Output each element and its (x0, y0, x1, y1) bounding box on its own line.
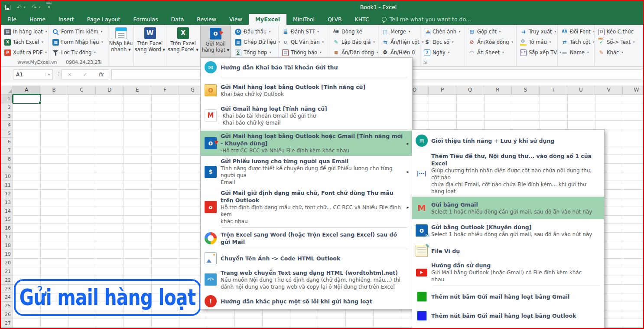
row-header-26[interactable]: 26 (1, 310, 13, 319)
ribbon-button-số-text[interactable]: ✓Số-> Text▾ (598, 37, 634, 47)
row-header-4[interactable]: 4 (1, 121, 13, 129)
bulk-mail-menu-item-5[interactable]: $Gửi Phiếu lương cho từng người qua Emai… (201, 156, 412, 188)
bulk-mail-menu-item-10[interactable]: !Hướng dẫn khắc phục một số lỗi khi gửi … (201, 293, 412, 309)
bulk-mail-submenu-item-9[interactable]: Khai báo thư mục chứa File đính kèm để g… (412, 325, 604, 329)
column-header-W[interactable]: W (623, 86, 644, 95)
ribbon-button-ẩn-sheet[interactable]: ◠Ẩn Sheet▾ (468, 47, 514, 58)
ribbon-button-nhập-liệu-nhanh[interactable]: Nhập liệunhanh ▾ (108, 26, 133, 60)
row-header-7[interactable]: 7 (1, 146, 13, 155)
row-header-9[interactable]: 9 (1, 164, 13, 172)
row-header-18[interactable]: 18 (1, 241, 13, 250)
column-header-E[interactable]: E (124, 86, 151, 95)
ribbon-button-tách-excel[interactable]: XTách Excel▾ (4, 37, 46, 47)
column-header-C[interactable]: C (68, 86, 96, 95)
dialog-launcher-icon[interactable]: ⇲ (98, 60, 101, 65)
column-header-T[interactable]: T (540, 86, 567, 95)
tab-insert[interactable]: Insert (52, 14, 81, 25)
bulk-mail-submenu-item-6[interactable]: ▶Hướng dẫn sử dụngGửi Mail bằng Outlook … (412, 260, 604, 285)
ribbon-button-sắp-xếp-tv[interactable]: ↓↑Sắp xếp TV▾ (520, 47, 555, 58)
ribbon-button-tô-mầu[interactable]: Tô mầu▾ (520, 37, 555, 47)
bulk-mail-menu-item-6[interactable]: oGửi Mail giữ định dạng mầu chữ, Font ch… (201, 188, 412, 227)
column-header-A[interactable]: A (13, 86, 40, 95)
tab-qlvb[interactable]: QLVB (321, 14, 348, 25)
ribbon-button-ql-văn-bản[interactable]: ∪QL Văn bản▾ (282, 37, 326, 47)
ribbon-button-kéo-c-thức[interactable]: 15Kéo C.thức (598, 26, 634, 37)
formula-bar-splitter[interactable]: ⋮ (56, 71, 61, 77)
bulk-mail-menu-item-8[interactable]: Chuyển Tên Ảnh -> Code HTML Outlook (201, 250, 412, 266)
row-header-22[interactable]: 22 (1, 276, 13, 285)
insert-function-icon[interactable]: fx (98, 71, 103, 78)
bulk-mail-menu-item-4[interactable]: oGửi Mail hàng loạt bằng Outlook hoặc Gm… (201, 131, 412, 156)
name-box[interactable]: A1 ▾ (13, 69, 53, 79)
cancel-icon[interactable]: × (67, 71, 72, 78)
ribbon-button-ẩn-hiện-0[interactable]: 0Ẩn/Hiện 0 (382, 47, 417, 58)
ribbon-button-đổi-font[interactable]: AAĐổi Font▾ (561, 26, 592, 37)
tab-formulas[interactable]: Formulas (127, 14, 164, 25)
ribbon-button-gộp-cột[interactable]: ⊞Gộp cột▾ (468, 26, 514, 37)
ribbon-button-merge[interactable]: ◫Merge▾ (382, 26, 417, 37)
row-header-23[interactable]: 23 (1, 285, 13, 293)
row-header-12[interactable]: 12 (1, 190, 13, 198)
bulk-mail-menu-item-9[interactable]: </>Trang web chuyển Text sang dạng HTML … (201, 266, 412, 293)
row-header-15[interactable]: 15 (1, 215, 13, 224)
select-all-corner[interactable] (1, 86, 13, 95)
name-box-dropdown-icon[interactable]: ▾ (45, 72, 52, 76)
ribbon-button-lọc-tự-động[interactable]: Lọc Tự động▾ (52, 47, 105, 58)
bulk-mail-menu-item-7[interactable]: Trộn Excel sang Word (hoặc Trộn Excel sa… (201, 229, 412, 248)
ribbon-button-name[interactable]: ▭Name▾ (561, 47, 592, 58)
row-header-10[interactable]: 10 (1, 172, 13, 181)
bulk-mail-submenu-item-7[interactable]: Thêm nút bấm Gửi mail hàng loạt bằng Gma… (412, 287, 604, 306)
ribbon-button-dòng-kẻ[interactable]: A≡Dòng kẻ (333, 26, 375, 37)
ribbon-button-ghép-dữ-liệu[interactable]: ▥Ghép Dữ liệu▾ (235, 37, 276, 47)
bulk-mail-submenu-item-1[interactable]: ▤Giới thiệu tính năng + Lưu ý khi sử dụn… (412, 131, 604, 151)
tab-review[interactable]: Review (190, 14, 223, 25)
ribbon-button-ngày[interactable]: 7Ngày▾ (424, 47, 462, 58)
column-header-Q[interactable]: Q (456, 86, 484, 95)
row-header-24[interactable]: 24 (1, 293, 13, 302)
row-header-16[interactable]: 16 (1, 224, 13, 233)
bulk-mail-submenu-item-4[interactable]: oGửi bằng Outlook [Khuyên dùng]Select 1 … (412, 219, 604, 242)
row-header-2[interactable]: 2 (1, 103, 13, 112)
ribbon-button-form-tìm-kiếm[interactable]: Form Tìm kiếm▾ (52, 26, 105, 37)
bulk-mail-submenu-item-2[interactable]: |···|Thêm Tiêu đề thư, Nội dung thư... v… (412, 151, 604, 197)
ribbon-button-chèn-ảnh[interactable]: Chèn ảnh▾ (424, 26, 462, 37)
row-header-8[interactable]: 8 (1, 155, 13, 164)
column-header-S[interactable]: S (512, 86, 540, 95)
ribbon-button-ẩn-xóa-dòng[interactable]: ⊘Ẩn/Xóa dòng▾ (468, 37, 514, 47)
bulk-mail-submenu-item-3[interactable]: MGửi bằng GmailSelect 1 hoặc nhiều dòng … (412, 197, 604, 219)
ribbon-button-đọc-số[interactable]: $Đọc số▾ (424, 37, 462, 47)
ribbon-button-đấu-thầu[interactable]: ↻Đấu thầu▾ (235, 26, 276, 37)
row-header-11[interactable]: 11 (1, 181, 13, 190)
row-header-17[interactable]: 17 (1, 233, 13, 241)
ribbon-button-truy-xuất[interactable]: ⇉Truy xuất▾ (520, 26, 555, 37)
column-header-P[interactable]: P (429, 86, 456, 95)
ribbon-button-gửi-mail-hàng-loạt[interactable]: oGửi Mailhàng loạt ▾ (200, 26, 231, 60)
row-header-5[interactable]: 5 (1, 129, 13, 138)
bulk-mail-submenu-item-5[interactable]: File Ví dụ (412, 242, 604, 260)
column-header-U[interactable]: U (567, 86, 595, 95)
ribbon-button-khác[interactable]: ✎Khác▾ (598, 47, 634, 58)
ribbon-button-tổng-hợp[interactable]: ∑Tổng hợp▾ (235, 47, 276, 58)
tell-me-search[interactable]: Tell me what you want to do... (382, 14, 471, 25)
ribbon-button-form-nhập-liệu[interactable]: ▦Form Nhập liệu▾ (52, 37, 105, 47)
ribbon-button-ẩn-hiện-cột[interactable]: ⇆Ẩn/Hiện cột▾ (382, 37, 417, 47)
row-header-14[interactable]: 14 (1, 207, 13, 216)
row-header-1[interactable]: 1 (1, 95, 13, 103)
row-header-19[interactable]: 19 (1, 250, 13, 259)
ribbon-button-lập-báo-giá[interactable]: ✎Lập Báo giá▾ (333, 37, 375, 47)
column-header-D[interactable]: D (96, 86, 124, 95)
ribbon-button-xuất-ra-pdf[interactable]: PXuất ra PDF▾ (4, 47, 46, 58)
tab-file[interactable]: File (1, 14, 23, 25)
bulk-mail-submenu-item-8[interactable]: Thêm nút bấm Gửi mail hàng loạt bằng Out… (412, 306, 604, 325)
column-header-F[interactable]: F (151, 86, 179, 95)
row-header-25[interactable]: 25 (1, 302, 13, 310)
bulk-mail-menu-item-1[interactable]: ✉Hướng dẫn Khai báo Tài khoản Gửi thư (201, 59, 412, 76)
selected-cell[interactable] (13, 94, 41, 104)
tab-myexcel[interactable]: MyExcel (249, 14, 286, 25)
row-header-3[interactable]: 3 (1, 112, 13, 121)
column-header-V[interactable]: V (595, 86, 623, 95)
tab-minitool[interactable]: MiniTool (286, 14, 321, 25)
tab-view[interactable]: View (223, 14, 249, 25)
row-header-27[interactable]: 27 (1, 319, 13, 328)
ribbon-button-ẩn-dãn-dòng[interactable]: ≡Ẩn/Dãn dòng▾ (333, 47, 375, 58)
